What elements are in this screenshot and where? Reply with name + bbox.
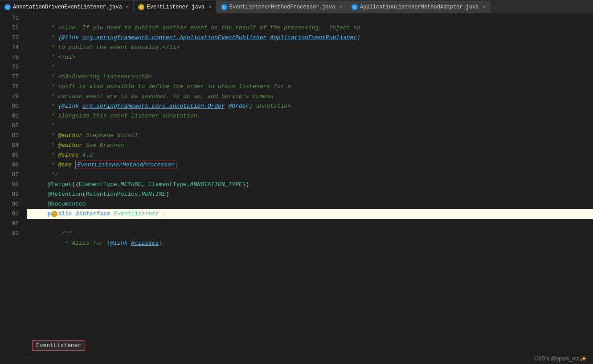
line87-brace2: } <box>242 181 246 188</box>
tab-close-method-processor[interactable]: × <box>339 4 342 10</box>
line84-text1: * <box>48 152 58 158</box>
line74-tag: </ul> <box>58 54 75 61</box>
line87-dot2: . <box>187 181 190 188</box>
line-num-78: 78 <box>0 82 19 92</box>
line74-text: * <box>48 54 58 61</box>
code-line-87: @Target({ElementType.METHOD, ElementType… <box>27 170 593 180</box>
line84-text2: 4.2 <box>79 152 93 158</box>
line90-space1 <box>72 210 76 217</box>
line89-documented: @Documented <box>48 201 86 207</box>
line87-method: METHOD <box>121 181 142 188</box>
line90-public: p <box>48 210 51 217</box>
line77-text2: It is also possible to define the order … <box>69 83 291 90</box>
line76-h3-open: <h3> <box>58 73 72 80</box>
line-num-85: − 85 <box>0 150 19 160</box>
line79-link: {@link <box>58 103 82 109</box>
code-line-75: * <box>27 53 593 62</box>
line93-link: {@link <box>106 240 131 247</box>
line87-paren2: ) <box>246 181 249 188</box>
code-line-82: * @author Stephane Nicoll <box>27 121 593 131</box>
line-num-71: 71 <box>0 13 19 23</box>
line79-order: Order <box>208 103 225 109</box>
line-num-87: − 87 <box>0 170 19 180</box>
tab-annotation-driven[interactable]: C AnnotationDrivenEventListener.java × <box>0 1 134 13</box>
line71-text: * value. If you need to publish another … <box>48 24 360 31</box>
line87-comma: , <box>142 181 149 188</box>
line-num-74: 74 <box>0 43 19 53</box>
tab-event-listener[interactable]: C EventListener.java × <box>134 1 216 13</box>
line87-target: @Target <box>48 181 72 188</box>
line77-p: <p> <box>58 83 68 90</box>
tab-label-event-listener: EventListener.java <box>147 4 204 10</box>
line79-atorder: @Order <box>229 103 249 109</box>
tooltip-box: EventListener <box>32 340 85 351</box>
line88-policy: RetentionPolicy <box>86 191 138 198</box>
line79-at <box>225 103 229 109</box>
line79-text2: annotation <box>253 103 291 109</box>
tab-icon-listener-method-adapter: C <box>352 4 358 10</box>
line-num-73: 73 <box>0 33 19 43</box>
tab-icon-event-listener: C <box>138 4 144 10</box>
line72-link1-class: org.springframework.context.ApplicationE… <box>82 34 266 41</box>
line90-brace: { <box>159 210 166 217</box>
line-num-83: 83 <box>0 131 19 141</box>
line85-see-ref: EventListenerMethodProcessor <box>75 161 176 169</box>
tab-close-listener-method-adapter[interactable]: × <box>483 4 486 10</box>
line76-text1: * <box>48 73 58 80</box>
tab-icon-method-processor: C <box>221 4 227 10</box>
tab-method-processor[interactable]: C EventListenerMethodProcessor.java × <box>217 1 347 13</box>
line88-retention: @Retention <box>48 191 82 198</box>
line72-suffix: } <box>357 34 360 41</box>
line-num-89: 89 <box>0 190 19 199</box>
line85-text1: * <box>48 162 58 168</box>
line76-text2: Ordering Listeners <box>72 73 134 80</box>
line-num-88: 88 <box>0 180 19 190</box>
code-lines[interactable]: * value. If you need to publish another … <box>22 13 593 353</box>
line82-text2: Stephane Nicoll <box>82 132 138 139</box>
line72-link1: {@link <box>58 34 82 41</box>
line90-eventlistener: EventListener <box>114 210 159 217</box>
line-num-72: 72 <box>0 23 19 33</box>
code-area: 71 72 73 74 75 76 77 78 79 80 81 82 83 8… <box>0 13 593 353</box>
line-num-82: 82 <box>0 121 19 131</box>
code-line-85: * @see EventListenerMethodProcessor <box>27 150 593 160</box>
line86-text: */ <box>48 171 58 178</box>
line-num-77: 77 <box>0 72 19 82</box>
status-text: CSDN @spark_ma✨ <box>534 356 586 362</box>
line-num-79: 79 <box>0 92 19 101</box>
line-num-81: 81 <box>0 111 19 121</box>
line82-author: @author <box>58 132 82 139</box>
line72-space <box>266 34 270 41</box>
line-num-84: 84 <box>0 141 19 150</box>
tab-label-listener-method-adapter: ApplicationListenerMethodAdapter.java <box>360 4 478 10</box>
line80-text: * alongside this event listener annotati… <box>48 113 200 119</box>
tab-close-event-listener[interactable]: × <box>209 4 212 10</box>
lock-icon: 🔒 <box>51 211 57 217</box>
line78-text: * certain event are to be invoked. To do… <box>48 93 274 100</box>
tab-icon-annotation-driven: C <box>4 4 11 10</box>
line87-dot1: . <box>117 181 121 188</box>
code-line-93: * Alias for {@link #classes}. <box>27 229 593 239</box>
line90-ublic: blic <box>58 210 72 217</box>
line81-text: * <box>48 122 55 129</box>
code-line-92: /** <box>27 219 593 229</box>
line83-text2: Sam Brannen <box>82 142 124 149</box>
line88-paren2: ) <box>166 191 169 198</box>
tooltip-text: EventListener <box>36 342 81 349</box>
code-line-71: * value. If you need to publish another … <box>27 13 593 23</box>
line72-prefix: * <box>48 34 58 41</box>
tab-listener-method-adapter[interactable]: C ApplicationListenerMethodAdapter.java … <box>347 1 491 13</box>
line93-close: }. <box>159 240 166 247</box>
line77-text1: * <box>48 83 58 90</box>
line73-tag: </li> <box>162 44 180 51</box>
line-numbers: 71 72 73 74 75 76 77 78 79 80 81 82 83 8… <box>0 13 22 353</box>
line-num-91: 91 <box>0 209 19 219</box>
tab-close-annotation-driven[interactable]: × <box>126 4 129 10</box>
line72-link1-label: ApplicationEventPublisher <box>270 34 357 41</box>
line79-close: } <box>249 103 253 109</box>
line75-text: * <box>48 64 55 70</box>
tab-label-method-processor: EventListenerMethodProcessor.java <box>229 4 335 10</box>
line76-h3-close: </h3> <box>135 73 152 80</box>
line79-text1: * <box>48 103 58 109</box>
line85-see: @see <box>58 162 72 168</box>
